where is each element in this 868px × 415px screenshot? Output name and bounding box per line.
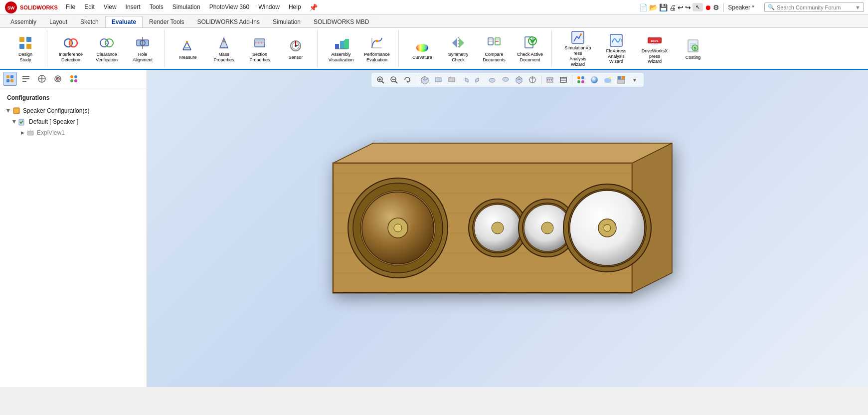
- svg-marker-127: [333, 143, 672, 163]
- svg-rect-126: [622, 76, 625, 79]
- tab-simulation[interactable]: Simulation: [266, 16, 307, 27]
- target-tab[interactable]: [51, 72, 65, 86]
- menu-simulation[interactable]: Simulation: [169, 1, 204, 13]
- property-tab[interactable]: [19, 72, 33, 86]
- clearance-verification-label: ClearanceVerification: [96, 52, 118, 63]
- tab-layout[interactable]: Layout: [43, 16, 74, 27]
- menu-view[interactable]: View: [100, 1, 121, 13]
- svg-point-156: [541, 222, 553, 234]
- svg-text:$: $: [694, 46, 696, 50]
- feature-tree-tab[interactable]: [3, 72, 17, 86]
- search-arrow-icon: ▼: [855, 4, 861, 10]
- check-active-document-button[interactable]: Check ActiveDocument: [513, 31, 547, 66]
- ribbon-group-design-study: DesignStudy: [4, 30, 47, 67]
- menu-tools[interactable]: Tools: [146, 1, 168, 13]
- explview1-item[interactable]: ▶ ExplView1: [3, 127, 144, 138]
- scene-btn[interactable]: [602, 74, 614, 86]
- default-speaker-item[interactable]: ▶ Default [ Speaker ]: [3, 116, 144, 127]
- new-document-icon[interactable]: 📄: [639, 3, 648, 11]
- zoom-area-btn[interactable]: [374, 74, 386, 86]
- menu-photoview[interactable]: PhotoView 360: [205, 1, 254, 13]
- left-view-btn[interactable]: [459, 74, 471, 86]
- config-tab[interactable]: [35, 72, 49, 86]
- curvature-button[interactable]: Curvature: [405, 31, 440, 66]
- appearance-btn[interactable]: [575, 74, 587, 86]
- top-view-btn[interactable]: [486, 74, 498, 86]
- speaker-configurations-item[interactable]: ▶ Speaker Configuration(s): [3, 105, 144, 116]
- tab-assembly[interactable]: Assembly: [4, 16, 43, 27]
- viewport[interactable]: ▼: [147, 70, 868, 387]
- menu-help[interactable]: Help: [285, 1, 305, 13]
- tab-mbd[interactable]: SOLIDWORKS MBD: [307, 16, 375, 27]
- rebuild-icon[interactable]: ⏺: [704, 3, 711, 11]
- menu-insert[interactable]: Insert: [122, 1, 145, 13]
- speaker-configs-arrow[interactable]: ▶: [5, 107, 12, 114]
- menu-file[interactable]: File: [62, 1, 79, 13]
- hole-alignment-icon: [134, 34, 152, 52]
- check-active-document-label: Check ActiveDocument: [517, 52, 543, 63]
- sw-brand-text: SOLIDWORKS: [20, 4, 58, 10]
- options-icon[interactable]: ⚙: [713, 3, 719, 11]
- symmetry-check-button[interactable]: SymmetryCheck: [441, 31, 476, 66]
- undo-icon[interactable]: ↩: [678, 3, 684, 11]
- select-tool-icon[interactable]: ↖: [693, 3, 703, 11]
- zoom-inout-btn[interactable]: [388, 74, 400, 86]
- normal-to-btn[interactable]: [526, 74, 538, 86]
- svg-point-27: [295, 45, 297, 47]
- compare-documents-button[interactable]: CompareDocuments: [477, 31, 512, 66]
- performance-evaluation-button[interactable]: PerformanceEvaluation: [359, 31, 394, 66]
- mass-properties-button[interactable]: MassProperties: [206, 31, 241, 66]
- driveworksxpress-icon: Drive Works: [646, 32, 664, 48]
- driveworksxpress-button[interactable]: Drive Works DriveWorksXpressWizard: [635, 31, 675, 66]
- svg-point-18: [222, 39, 225, 42]
- simulationxpress-button[interactable]: SimulationXpressAnalysis Wizard: [558, 31, 598, 66]
- save-icon[interactable]: 💾: [659, 3, 668, 11]
- svg-rect-61: [6, 79, 9, 82]
- section-view-btn[interactable]: [544, 74, 556, 86]
- tab-addins[interactable]: SOLIDWORKS Add-Ins: [191, 16, 266, 27]
- right-view-btn[interactable]: [473, 74, 485, 86]
- ribbon-group-xpress: SimulationXpressAnalysis Wizard FloXpres…: [554, 30, 714, 67]
- hole-alignment-button[interactable]: HoleAlignment: [125, 31, 160, 66]
- redo-icon[interactable]: ↪: [685, 3, 691, 11]
- open-document-icon[interactable]: 📂: [649, 3, 658, 11]
- svg-point-33: [376, 40, 378, 42]
- bottom-view-btn[interactable]: [500, 74, 512, 86]
- section-properties-button[interactable]: SectionProperties: [242, 31, 277, 66]
- rotate-view-btn[interactable]: [401, 74, 413, 86]
- measure-button[interactable]: Measure: [171, 31, 205, 66]
- print-icon[interactable]: 🖨: [669, 3, 676, 11]
- vp-settings-btn[interactable]: ▼: [629, 74, 641, 86]
- explview-arrow[interactable]: ▶: [19, 129, 26, 136]
- tab-render-tools[interactable]: Render Tools: [143, 16, 191, 27]
- sensor-button[interactable]: Sensor: [278, 31, 313, 66]
- menu-edit[interactable]: Edit: [80, 1, 99, 13]
- display-mode-btn[interactable]: [557, 74, 569, 86]
- assembly-visualization-button[interactable]: AssemblyVisualization: [324, 31, 358, 66]
- pin-button[interactable]: 📌: [306, 1, 321, 13]
- floxpress-button[interactable]: FloXpressAnalysisWizard: [599, 31, 634, 66]
- realview-btn[interactable]: [588, 74, 600, 86]
- tab-evaluate[interactable]: Evaluate: [105, 16, 143, 27]
- back-view-btn[interactable]: [446, 74, 458, 86]
- iso-view-btn[interactable]: [513, 74, 525, 86]
- search-box[interactable]: 🔍 ▼: [764, 2, 864, 12]
- svg-rect-29: [340, 41, 344, 49]
- speaker-3d-model: [283, 123, 732, 334]
- clearance-verification-button[interactable]: ClearanceVerification: [89, 31, 124, 66]
- menu-window[interactable]: Window: [254, 1, 284, 13]
- appearance-tab[interactable]: [67, 72, 81, 86]
- title-bar: SW SOLIDWORKS File Edit View Insert Tool…: [0, 0, 868, 15]
- svg-point-102: [503, 77, 509, 81]
- search-input[interactable]: [777, 4, 855, 10]
- design-study-button[interactable]: DesignStudy: [8, 31, 43, 66]
- default-arrow[interactable]: ▶: [11, 118, 18, 125]
- view-orient-btn[interactable]: [615, 74, 627, 86]
- costing-button[interactable]: $ Costing: [676, 31, 710, 66]
- tab-sketch[interactable]: Sketch: [74, 16, 105, 27]
- svg-point-16: [186, 41, 188, 43]
- svg-rect-63: [10, 79, 13, 82]
- interference-detection-button[interactable]: InterferenceDetection: [53, 31, 88, 66]
- view-cube-btn[interactable]: [419, 74, 431, 86]
- front-view-btn[interactable]: [432, 74, 444, 86]
